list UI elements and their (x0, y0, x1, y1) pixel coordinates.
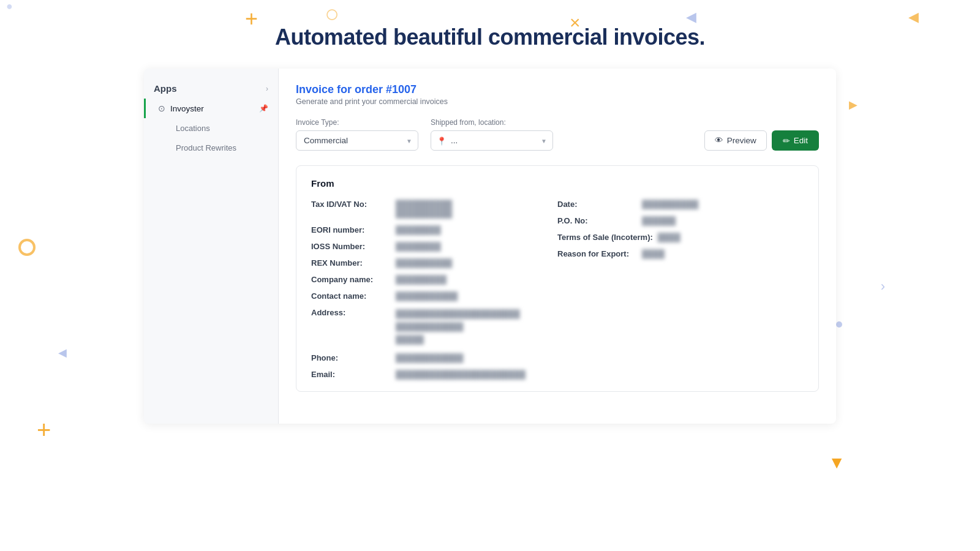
eye-icon: 👁 (715, 136, 723, 145)
field-row-contact: Contact name: ███████████ (311, 291, 557, 301)
edit-button[interactable]: ✏ Edit (772, 130, 819, 151)
field-row-date: Date: ██████████ (557, 200, 804, 209)
export-val: ████ (642, 249, 665, 258)
sidebar: Apps › ⊙ Invoyster 📌 Locations Product R… (144, 69, 279, 424)
ioss-val: ████████ (396, 242, 441, 251)
sidebar-item-locations[interactable]: Locations (144, 118, 278, 138)
sidebar-locations-label: Locations (176, 124, 210, 133)
preview-button-label: Preview (727, 136, 756, 145)
field-row-incoterm: Terms of Sale (Incoterm): ████ (557, 233, 804, 242)
field-row-eori: EORI number: ████████ (311, 225, 557, 234)
po-key: P.O. No: (557, 216, 637, 225)
pin-icon: 📌 (259, 104, 268, 113)
sidebar-invoyster-label: Invoyster (170, 104, 204, 113)
invoice-title: Invoice for order #1007 (296, 83, 819, 96)
incoterm-key: Terms of Sale (Incoterm): (557, 233, 653, 242)
eori-key: EORI number: (311, 225, 391, 234)
sidebar-item-invoyster[interactable]: ⊙ Invoyster 📌 (144, 99, 278, 118)
email-key: Email: (311, 370, 391, 379)
email-val: ███████████████████████ (396, 370, 526, 379)
rex-val: ██████████ (396, 258, 452, 268)
shipped-from-select[interactable]: ... (431, 130, 553, 151)
po-val: ██████ (642, 216, 676, 225)
content-area: Invoice for order #1007 Generate and pri… (279, 69, 836, 424)
sidebar-chevron-icon: › (266, 84, 268, 93)
eori-val: ████████ (396, 225, 441, 234)
from-title: From (311, 178, 804, 189)
field-row-address: Address: ███████████████████████████████… (311, 308, 557, 346)
pencil-icon: ✏ (783, 136, 790, 146)
invoice-type-select-wrapper: Commercial Proforma ▼ (296, 130, 418, 151)
field-row-rex: REX Number: ██████████ (311, 258, 557, 268)
field-row-po: P.O. No: ██████ (557, 216, 804, 225)
company-val: █████████ (396, 275, 447, 284)
rex-key: REX Number: (311, 258, 391, 268)
field-row-email: Email: ███████████████████████ (311, 370, 557, 379)
shipped-from-field: Shipped from, location: 📍 ... ▼ (431, 118, 553, 151)
sidebar-apps-row[interactable]: Apps › (144, 78, 278, 99)
address-val: ███████████████████████████████████████ (396, 308, 520, 346)
date-key: Date: (557, 200, 637, 209)
date-val: ██████████ (642, 200, 698, 209)
from-right-col: Date: ██████████ P.O. No: ██████ Terms o… (557, 200, 804, 379)
shipped-from-label: Shipped from, location: (431, 118, 553, 127)
field-row-taxid: Tax ID/VAT No: ████████████████████ (311, 200, 557, 218)
export-key: Reason for Export: (557, 249, 637, 258)
invoice-type-label: Invoice Type: (296, 118, 418, 127)
invoice-form-row: Invoice Type: Commercial Proforma ▼ Ship… (296, 118, 819, 151)
from-left-col: Tax ID/VAT No: ████████████████████ EORI… (311, 200, 557, 379)
phone-val: ████████████ (396, 353, 464, 362)
invoice-subtitle: Generate and print your commercial invoi… (296, 97, 819, 106)
phone-key: Phone: (311, 353, 391, 362)
edit-button-label: Edit (794, 136, 808, 145)
field-row-phone: Phone: ████████████ (311, 353, 557, 362)
order-number: #1007 (386, 83, 417, 96)
invoice-header: Invoice for order #1007 Generate and pri… (296, 83, 819, 106)
invoice-title-prefix: Invoice for order (296, 83, 386, 96)
action-buttons: 👁 Preview ✏ Edit (704, 130, 819, 151)
sidebar-item-product-rewrites[interactable]: Product Rewrites (144, 138, 278, 157)
main-container: Apps › ⊙ Invoyster 📌 Locations Product R… (144, 69, 836, 424)
shipped-from-select-wrapper: 📍 ... ▼ (431, 130, 553, 151)
address-key: Address: (311, 308, 391, 317)
taxid-val: ████████████████████ (396, 200, 452, 218)
preview-button[interactable]: 👁 Preview (704, 130, 767, 151)
company-key: Company name: (311, 275, 391, 284)
invoice-type-field: Invoice Type: Commercial Proforma ▼ (296, 118, 418, 151)
from-grid: Tax ID/VAT No: ████████████████████ EORI… (311, 200, 804, 379)
field-row-company: Company name: █████████ (311, 275, 557, 284)
contact-key: Contact name: (311, 291, 391, 301)
invoice-type-select[interactable]: Commercial Proforma (296, 130, 418, 151)
wifi-icon: ⊙ (158, 103, 165, 113)
sidebar-product-rewrites-label: Product Rewrites (176, 143, 236, 152)
ioss-key: IOSS Number: (311, 242, 391, 251)
taxid-key: Tax ID/VAT No: (311, 200, 391, 209)
from-section: From Tax ID/VAT No: ████████████████████… (296, 165, 819, 392)
field-row-export: Reason for Export: ████ (557, 249, 804, 258)
incoterm-val: ████ (658, 233, 680, 242)
field-row-ioss: IOSS Number: ████████ (311, 242, 557, 251)
sidebar-apps-label: Apps (154, 83, 177, 94)
page-headline: Automated beautiful commercial invoices. (0, 24, 980, 50)
contact-val: ███████████ (396, 291, 458, 301)
